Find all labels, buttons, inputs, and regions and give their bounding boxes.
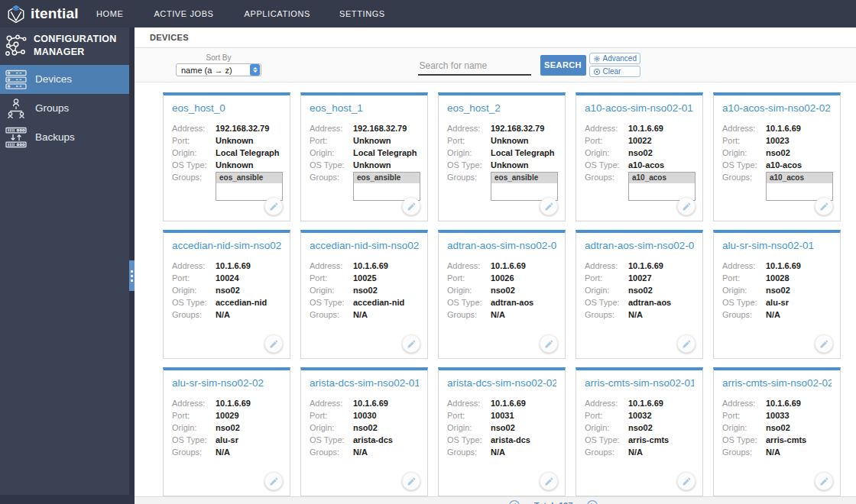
device-address-row: Address: 10.1.6.69 (585, 260, 694, 272)
device-card: eos_host_2 Address: 192.168.32.79 Port: … (438, 92, 566, 221)
edit-device-button[interactable] (540, 197, 558, 215)
device-address-row: Address: 10.1.6.69 (172, 397, 281, 409)
device-groups-row: Groups: N/A (722, 309, 832, 321)
device-os-type-row: OS Type: a10-acos (722, 159, 832, 171)
edit-device-button[interactable] (815, 197, 833, 215)
search-input[interactable] (418, 57, 531, 76)
edit-device-button[interactable] (402, 472, 420, 490)
edit-device-button[interactable] (402, 334, 420, 353)
search-button[interactable]: SEARCH (540, 55, 586, 76)
edit-device-button[interactable] (540, 472, 558, 490)
device-os-type-value: a10-acos (628, 159, 664, 171)
pagination-prev-button[interactable] (508, 499, 520, 504)
device-address-row: Address: 10.1.6.69 (722, 122, 832, 134)
device-name-link[interactable]: adtran-aos-sim-nso02-01 (447, 240, 556, 251)
nav-item-applications[interactable]: APPLICATIONS (245, 0, 310, 27)
groups-icon (5, 98, 28, 119)
device-address-value: 10.1.6.69 (353, 397, 388, 409)
edit-device-button[interactable] (264, 334, 283, 353)
device-address-value: 10.1.6.69 (628, 260, 663, 272)
os-type-label: OS Type: (585, 296, 628, 309)
device-name-link[interactable]: eos_host_0 (172, 102, 281, 114)
pencil-edit-icon (682, 202, 692, 212)
itential-logo: itential (0, 4, 89, 24)
device-name-link[interactable]: arista-dcs-sim-nso02-02 (447, 377, 556, 389)
device-port-row: Port: 10029 (172, 409, 281, 422)
group-chip[interactable]: eos_ansible (354, 173, 420, 183)
device-name-link[interactable]: arris-cmts-sim-nso02-02 (722, 377, 832, 389)
group-chip[interactable]: a10_acos (767, 173, 832, 183)
device-name-link[interactable]: alu-sr-sim-nso02-01 (722, 240, 832, 251)
page-title: DEVICES (150, 33, 189, 42)
edit-device-button[interactable] (677, 472, 696, 490)
device-origin-row: Origin: nso02 (172, 422, 281, 434)
device-name-link[interactable]: accedian-nid-sim-nso02-01 (172, 240, 281, 251)
sidebar-item-backups[interactable]: Backups (0, 123, 129, 152)
top-navbar: itential HOME ACTIVE JOBS APPLICATIONS S… (0, 0, 856, 27)
device-os-type-value: adtran-aos (491, 296, 533, 309)
address-label: Address: (310, 122, 353, 134)
sort-select[interactable]: name (a → z) (176, 63, 261, 76)
origin-label: Origin: (172, 422, 216, 434)
device-name-link[interactable]: arris-cmts-sim-nso02-01 (585, 377, 694, 389)
device-groups-value: N/A (491, 309, 505, 321)
edit-device-button[interactable] (402, 197, 420, 215)
nav-item-home[interactable]: HOME (96, 0, 123, 27)
group-chip[interactable]: a10_acos (629, 173, 695, 183)
edit-device-button[interactable] (677, 197, 696, 215)
device-origin-value: nso02 (491, 284, 515, 296)
group-chip[interactable]: eos_ansible (216, 173, 282, 183)
os-type-label: OS Type: (310, 159, 353, 171)
group-chip[interactable]: eos_ansible (491, 173, 557, 183)
device-address-value: 10.1.6.69 (491, 260, 526, 272)
address-label: Address: (447, 122, 491, 134)
edit-device-button[interactable] (264, 197, 283, 215)
edit-device-button[interactable] (677, 334, 696, 353)
sidebar-item-groups[interactable]: Groups (0, 94, 129, 123)
port-label: Port: (447, 409, 491, 422)
port-label: Port: (722, 134, 766, 147)
nav-item-settings[interactable]: SETTINGS (339, 0, 385, 27)
device-name-link[interactable]: arista-dcs-sim-nso02-01 (310, 377, 419, 389)
pagination-bar: Total: 107 (135, 496, 856, 504)
groups-label: Groups: (585, 171, 628, 201)
device-name-link[interactable]: a10-acos-sim-nso02-02 (722, 102, 832, 114)
device-name-link[interactable]: adtran-aos-sim-nso02-02 (585, 240, 694, 251)
advanced-button[interactable]: Advanced (589, 53, 640, 64)
device-port-row: Port: Unknown (172, 134, 281, 147)
clear-button-label: Clear (603, 67, 621, 76)
device-origin-value: nso02 (353, 284, 378, 296)
device-card: eos_host_1 Address: 192.168.32.79 Port: … (300, 92, 428, 221)
pencil-edit-icon (682, 477, 692, 486)
port-label: Port: (585, 409, 628, 422)
nav-item-active-jobs[interactable]: ACTIVE JOBS (154, 0, 213, 27)
device-origin-row: Origin: nso02 (172, 284, 281, 296)
pagination-next-button[interactable] (586, 499, 598, 504)
os-type-label: OS Type: (172, 434, 216, 446)
edit-device-button[interactable] (815, 472, 833, 490)
edit-device-button[interactable] (540, 334, 558, 353)
device-address-row: Address: 10.1.6.69 (447, 260, 556, 272)
device-name-link[interactable]: alu-sr-sim-nso02-02 (172, 377, 281, 389)
groups-label: Groups: (585, 309, 628, 321)
device-name-link[interactable]: eos_host_1 (310, 102, 419, 114)
edit-device-button[interactable] (264, 472, 283, 490)
origin-label: Origin: (310, 422, 353, 434)
device-groups-value: N/A (353, 446, 368, 458)
device-address-row: Address: 192.168.32.79 (447, 122, 556, 134)
address-label: Address: (447, 397, 491, 409)
device-groups-value: N/A (353, 309, 368, 321)
device-port-row: Port: 10031 (447, 409, 556, 422)
device-name-link[interactable]: a10-acos-sim-nso02-01 (585, 102, 694, 114)
device-port-value: 10027 (628, 272, 652, 284)
device-name-link[interactable]: accedian-nid-sim-nso02-02 (310, 240, 419, 251)
pencil-edit-icon (682, 339, 692, 349)
device-name-link[interactable]: eos_host_2 (447, 102, 556, 114)
device-address-row: Address: 10.1.6.69 (585, 397, 694, 409)
clear-button[interactable]: Clear (589, 66, 640, 77)
sidebar-item-devices[interactable]: Devices (0, 65, 129, 94)
device-groups-row: Groups: N/A (722, 446, 832, 458)
device-os-type-row: OS Type: arista-dcs (310, 434, 419, 446)
edit-device-button[interactable] (815, 334, 833, 353)
sidebar-resize-handle[interactable] (129, 260, 135, 291)
